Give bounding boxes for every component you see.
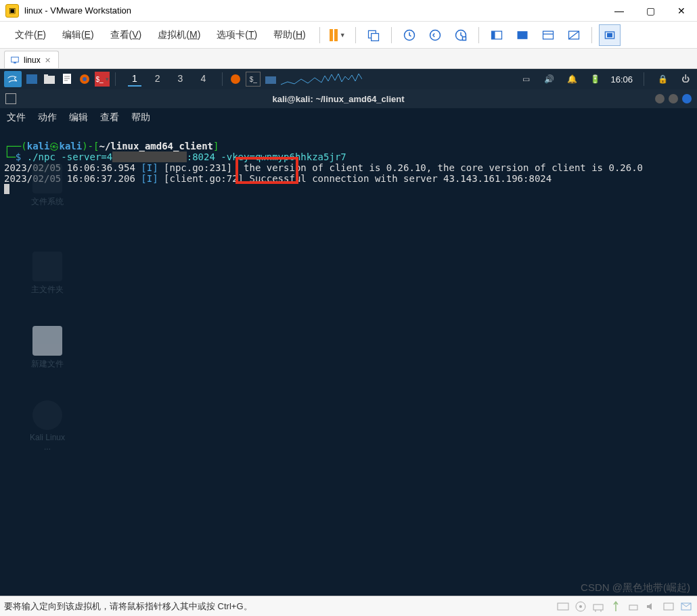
menu-help[interactable]: 帮助(H) bbox=[267, 26, 312, 44]
menu-vm[interactable]: 虚拟机(M) bbox=[151, 26, 207, 44]
firefox-button[interactable] bbox=[77, 72, 92, 87]
statusbar-message: 要将输入定向到该虚拟机，请将鼠标指针移入其中或按 Ctrl+G。 bbox=[4, 600, 252, 613]
network-icon bbox=[591, 600, 605, 613]
show-desktop-button[interactable] bbox=[24, 72, 39, 87]
printer-icon bbox=[627, 600, 640, 613]
separator bbox=[222, 72, 223, 86]
file-manager-button[interactable] bbox=[42, 72, 57, 87]
kali-panel: $_▾ 1 2 3 4 $_ ▭ 🔊 🔔 🔋 16:06 🔒 ⏻ bbox=[0, 69, 697, 89]
files-task-button[interactable] bbox=[263, 72, 278, 87]
clock[interactable]: 16:06 bbox=[610, 74, 633, 85]
separator bbox=[644, 72, 644, 86]
workspace-switcher[interactable]: 1 2 3 4 bbox=[128, 72, 210, 87]
menu-edit[interactable]: 编辑(E) bbox=[55, 26, 101, 44]
cursor bbox=[4, 184, 9, 194]
screenshot-button[interactable] bbox=[363, 24, 384, 46]
workspace-4[interactable]: 4 bbox=[196, 72, 210, 87]
unity-button[interactable] bbox=[563, 24, 585, 46]
svg-rect-22 bbox=[265, 76, 276, 84]
svg-rect-12 bbox=[607, 33, 612, 37]
pause-icon bbox=[330, 29, 338, 41]
svg-point-25 bbox=[579, 605, 582, 608]
device-status-icons[interactable] bbox=[556, 600, 693, 613]
menubar: 文件(F) 编辑(E) 查看(V) 虚拟机(M) 选项卡(T) 帮助(H) ▼ bbox=[0, 22, 697, 49]
terminal-task-button[interactable]: $_ bbox=[246, 72, 261, 87]
term-menu-view[interactable]: 查看 bbox=[100, 112, 119, 124]
display-icon bbox=[662, 600, 675, 613]
firefox-task-button[interactable] bbox=[228, 72, 243, 87]
close-button[interactable]: ✕ bbox=[666, 0, 697, 22]
snapshot-button[interactable] bbox=[399, 24, 420, 46]
tab-linux[interactable]: linux ✕ bbox=[4, 51, 59, 68]
terminal-title: kali@kali: ~/linux_amd64_client bbox=[22, 94, 655, 104]
highlight-box bbox=[235, 157, 298, 184]
svg-rect-15 bbox=[26, 74, 37, 84]
vmware-icon: ▣ bbox=[5, 4, 19, 18]
titlebar: ▣ linux - VMware Workstation ― ▢ ✕ bbox=[0, 0, 697, 22]
notifications-icon[interactable]: 🔔 bbox=[564, 72, 579, 87]
terminal-close-button[interactable] bbox=[682, 94, 692, 103]
minimize-button[interactable]: ― bbox=[604, 0, 635, 22]
maximize-button[interactable]: ▢ bbox=[635, 0, 666, 22]
menu-view[interactable]: 查看(V) bbox=[104, 26, 149, 44]
terminal-maximize-button[interactable] bbox=[669, 94, 678, 103]
workspace-1[interactable]: 1 bbox=[128, 72, 141, 87]
volume-icon[interactable]: 🔊 bbox=[541, 72, 556, 87]
term-menu-file[interactable]: 文件 bbox=[7, 112, 26, 124]
separator bbox=[319, 27, 320, 43]
stretch-guest-button[interactable] bbox=[599, 24, 621, 46]
desktop-icon-kali: Kali Linux ... bbox=[27, 400, 68, 452]
power-icon[interactable]: ⏻ bbox=[678, 72, 693, 87]
separator bbox=[591, 27, 592, 43]
workspace-3[interactable]: 3 bbox=[174, 72, 187, 87]
revert-snapshot-button[interactable] bbox=[424, 24, 446, 46]
lock-icon[interactable]: 🔒 bbox=[655, 72, 670, 87]
statusbar: 要将输入定向到该虚拟机，请将鼠标指针移入其中或按 Ctrl+G。 bbox=[0, 596, 697, 616]
tabbar: linux ✕ bbox=[0, 49, 697, 69]
separator bbox=[355, 27, 356, 43]
pause-vm-button[interactable]: ▼ bbox=[327, 24, 348, 46]
svg-rect-27 bbox=[629, 605, 637, 610]
svg-rect-7 bbox=[491, 31, 495, 39]
svg-rect-23 bbox=[558, 603, 568, 610]
sound-icon bbox=[644, 600, 658, 613]
workspace-2[interactable]: 2 bbox=[151, 72, 164, 87]
kali-menu-button[interactable] bbox=[4, 71, 22, 87]
desktop-icon-trash: 文件系统 bbox=[27, 164, 68, 208]
svg-point-3 bbox=[430, 30, 440, 40]
vm-monitor-icon bbox=[10, 55, 20, 65]
terminal-root-button[interactable]: $_▾ bbox=[95, 72, 110, 87]
menu-file[interactable]: 文件(F) bbox=[8, 26, 53, 44]
kali-dragon-icon bbox=[7, 74, 19, 85]
svg-rect-9 bbox=[543, 31, 553, 39]
fullscreen-button[interactable] bbox=[537, 24, 559, 46]
terminal-titlebar[interactable]: kali@kali: ~/linux_amd64_client bbox=[0, 89, 697, 108]
vm-display[interactable]: $_▾ 1 2 3 4 $_ ▭ 🔊 🔔 🔋 16:06 🔒 ⏻ k bbox=[0, 69, 697, 596]
svg-rect-14 bbox=[14, 62, 16, 63]
cd-icon bbox=[574, 600, 587, 613]
svg-rect-28 bbox=[664, 603, 673, 610]
desktop-icon-home: 主文件夹 bbox=[27, 252, 68, 295]
terminal-minimize-button[interactable] bbox=[655, 94, 665, 103]
svg-rect-8 bbox=[517, 31, 527, 39]
term-menu-help[interactable]: 帮助 bbox=[131, 112, 150, 124]
term-menu-actions[interactable]: 动作 bbox=[38, 112, 57, 124]
message-icon bbox=[679, 600, 693, 613]
battery-icon[interactable]: 🔋 bbox=[587, 72, 602, 87]
console-view-button[interactable] bbox=[486, 24, 508, 46]
svg-rect-1 bbox=[371, 33, 378, 41]
text-editor-button[interactable] bbox=[60, 72, 74, 87]
tab-label: linux bbox=[24, 55, 41, 65]
svg-rect-26 bbox=[593, 605, 603, 610]
recording-icon[interactable]: ▭ bbox=[518, 72, 533, 87]
svg-point-20 bbox=[83, 77, 87, 81]
menu-tabs[interactable]: 选项卡(T) bbox=[210, 26, 264, 44]
terminal-content[interactable]: ┌──(kali㉿kali)-[~/linux_amd64_client] └─… bbox=[0, 127, 697, 220]
svg-rect-17 bbox=[44, 74, 48, 77]
terminal-icon bbox=[5, 93, 16, 104]
chevron-down-icon: ▼ bbox=[340, 32, 346, 39]
snapshot-manager-button[interactable] bbox=[450, 24, 472, 46]
tab-close-button[interactable]: ✕ bbox=[45, 56, 53, 64]
term-menu-edit[interactable]: 编辑 bbox=[69, 112, 88, 124]
thumbnail-view-button[interactable] bbox=[512, 24, 533, 46]
